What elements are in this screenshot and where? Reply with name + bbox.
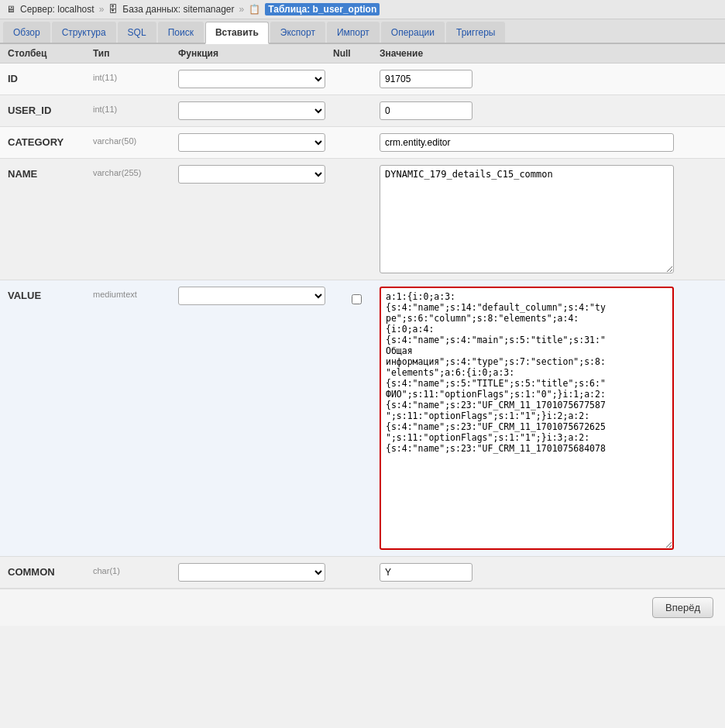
func-select-row-category[interactable]: BETWEENNOT BETWEENIN (...)NOT IN (...)IS…	[178, 133, 325, 152]
title-bar: 🖥 Сервер: localhost » 🗄 База данных: sit…	[0, 0, 725, 19]
tab-sql[interactable]: SQL	[118, 22, 156, 43]
col-type-row-name: varchar(255)	[93, 165, 178, 177]
db-icon: 🗄	[108, 4, 118, 15]
col-type-row-user-id: int(11)	[93, 101, 178, 114]
col-name-row-category: CATEGORY	[8, 133, 93, 148]
func-select-row-name[interactable]: BETWEENNOT BETWEENIN (...)NOT IN (...)IS…	[178, 165, 325, 184]
header-func: Функция	[178, 48, 333, 59]
tab-insert[interactable]: Вставить	[205, 22, 269, 44]
table-label: Таблица: b_user_option	[265, 3, 380, 15]
tab-structure[interactable]: Структура	[52, 22, 116, 43]
forward-button[interactable]: Вперёд	[652, 597, 713, 618]
table-header: Столбец Тип Функция Null Значение	[0, 44, 725, 64]
footer: Вперёд	[0, 589, 725, 626]
col-value-row-name	[380, 165, 717, 273]
col-value-row-value	[380, 287, 717, 550]
col-type-row-value: mediumtext	[93, 287, 178, 299]
table-row: USER_IDint(11)BETWEENNOT BETWEENIN (...)…	[0, 95, 725, 127]
col-name-row-user-id: USER_ID	[8, 101, 93, 116]
col-name-row-id: ID	[8, 70, 93, 84]
table-row: VALUEmediumtextBETWEENNOT BETWEENIN (...…	[0, 280, 725, 557]
header-null: Null	[333, 48, 380, 59]
col-value-row-user-id	[380, 101, 717, 120]
col-name-row-name: NAME	[8, 165, 93, 180]
tab-triggers[interactable]: Триггеры	[446, 22, 506, 43]
col-type-row-category: varchar(50)	[93, 133, 178, 146]
sep2: »	[239, 4, 245, 15]
null-checkbox-row-value[interactable]	[352, 294, 362, 304]
value-input-row-category[interactable]	[380, 133, 674, 152]
func-select-row-user-id[interactable]: BETWEENNOT BETWEENIN (...)NOT IN (...)IS…	[178, 101, 325, 120]
table-row: CATEGORYvarchar(50)BETWEENNOT BETWEENIN …	[0, 127, 725, 159]
col-value-row-common	[380, 563, 717, 582]
col-type-row-common: char(1)	[93, 563, 178, 575]
nav-tabs: ОбзорСтруктураSQLПоискВставитьЭкспортИмп…	[0, 19, 725, 44]
value-input-row-common[interactable]	[380, 563, 472, 582]
value-input-row-user-id[interactable]	[380, 101, 472, 120]
db-label: База данных: sitemanager	[122, 4, 234, 15]
value-textarea-row-name[interactable]	[380, 165, 674, 273]
tab-import[interactable]: Импорт	[327, 22, 380, 43]
header-value: Значение	[380, 48, 717, 59]
table-row: IDint(11)BETWEENNOT BETWEENIN (...)NOT I…	[0, 64, 725, 95]
server-icon: 🖥	[6, 4, 15, 15]
table-row: COMMONchar(1)BETWEENNOT BETWEENIN (...)N…	[0, 557, 725, 589]
tab-operations[interactable]: Операции	[381, 22, 445, 43]
rows-container: IDint(11)BETWEENNOT BETWEENIN (...)NOT I…	[0, 64, 725, 589]
func-select-row-common[interactable]: BETWEENNOT BETWEENIN (...)NOT IN (...)IS…	[178, 563, 325, 582]
col-name-row-value: VALUE	[8, 287, 93, 301]
server-label: Сервер: localhost	[20, 4, 94, 15]
col-name-row-common: COMMON	[8, 563, 93, 578]
value-input-row-id[interactable]	[380, 70, 472, 88]
tab-overview[interactable]: Обзор	[3, 22, 50, 43]
table-icon: 📋	[249, 4, 260, 15]
header-col: Столбец	[8, 48, 93, 59]
func-select-row-value[interactable]: BETWEENNOT BETWEENIN (...)NOT IN (...)IS…	[178, 287, 325, 305]
table-row: NAMEvarchar(255)BETWEENNOT BETWEENIN (..…	[0, 159, 725, 280]
tab-search[interactable]: Поиск	[158, 22, 204, 43]
func-select-row-id[interactable]: BETWEENNOT BETWEENIN (...)NOT IN (...)IS…	[178, 70, 325, 88]
header-type: Тип	[93, 48, 178, 59]
tab-export[interactable]: Экспорт	[270, 22, 325, 43]
value-textarea-row-value[interactable]	[380, 287, 674, 550]
col-value-row-category	[380, 133, 717, 152]
sep1: »	[99, 4, 105, 15]
col-value-row-id	[380, 70, 717, 88]
col-type-row-id: int(11)	[93, 70, 178, 82]
